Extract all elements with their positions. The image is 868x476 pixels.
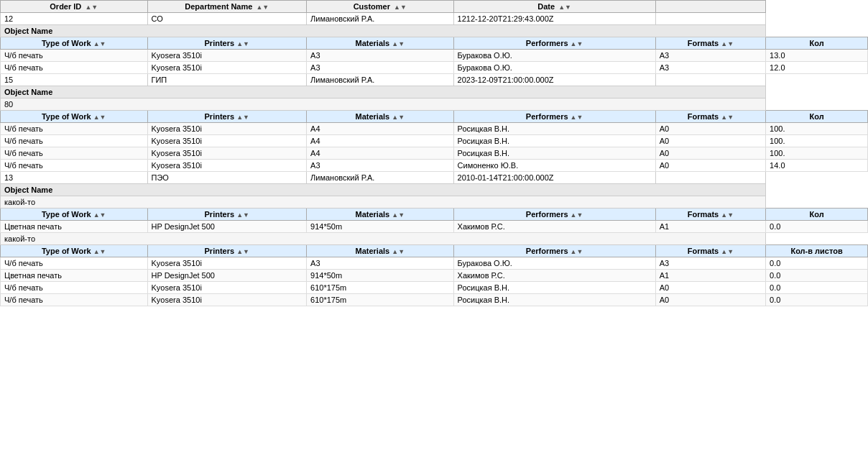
cell-printer: Kyosera 3510i: [147, 62, 307, 74]
object-name-label: Object Name: [1, 25, 766, 37]
cell-kol: 100.: [766, 147, 868, 160]
cell-type: Ч/б печать: [1, 160, 148, 172]
cell-material: A4: [307, 147, 454, 160]
table-row: Ч/б печать Kyosera 3510i 610*175m Росицк…: [1, 294, 868, 306]
cell-type: Цветная печать: [1, 221, 148, 233]
sub-col-printers[interactable]: Printers ▲▼: [147, 37, 307, 50]
table-row: Цветная печать HP DesignJet 500 914*50m …: [1, 221, 868, 233]
cell-format: A3: [655, 62, 765, 74]
cell-material: A3: [307, 160, 454, 172]
cell-printer: Kyosera 3510i: [147, 147, 307, 160]
order-row: 15 ГИП Лимановский Р.А. 2023-12-09T21:00…: [1, 74, 868, 86]
sub-col-formats[interactable]: Formats ▲▼: [655, 111, 765, 123]
cell-kol: 12.0: [766, 62, 868, 74]
sort-icon-dept: ▲▼: [256, 4, 269, 11]
object-name-value-row: какой-то: [1, 233, 868, 245]
main-table: Order ID ▲▼ Department Name ▲▼ Customer …: [0, 0, 868, 306]
cell-format: A0: [655, 160, 765, 172]
cell-printer: HP DesignJet 500: [147, 221, 307, 233]
cell-kol: 100.: [766, 135, 868, 147]
cell-performer: Буракова О.Ю.: [453, 50, 655, 62]
order-extra-cell: [655, 13, 765, 25]
order-customer-cell: Лимановский Р.А.: [307, 74, 454, 86]
sub-col-formats[interactable]: Formats ▲▼: [655, 37, 765, 50]
cell-kol: 14.0: [766, 160, 868, 172]
sort-icon-order-id: ▲▼: [85, 4, 98, 11]
sub-col-performers[interactable]: Performers ▲▼: [453, 245, 655, 257]
cell-performer: Буракова О.Ю.: [453, 257, 655, 270]
object-name-value-row: какой-то: [1, 196, 868, 209]
sub-header-row: Type of Work ▲▼ Printers ▲▼ Materials ▲▼…: [1, 111, 868, 123]
cell-format: A0: [655, 147, 765, 160]
sort-icon-date: ▲▼: [558, 4, 571, 11]
sub-col-materials[interactable]: Materials ▲▼: [307, 245, 454, 257]
table-row: Ч/б печать Kyosera 3510i A3 Буракова О.Ю…: [1, 50, 868, 62]
sub-col-performers[interactable]: Performers ▲▼: [453, 209, 655, 221]
table-row: Ч/б печать Kyosera 3510i A4 Росицкая В.Н…: [1, 135, 868, 147]
cell-type: Ч/б печать: [1, 147, 148, 160]
cell-printer: Kyosera 3510i: [147, 123, 307, 135]
sub-col-formats[interactable]: Formats ▲▼: [655, 245, 765, 257]
sub-col-materials[interactable]: Materials ▲▼: [307, 209, 454, 221]
col-header-order-id[interactable]: Order ID ▲▼: [1, 1, 148, 13]
cell-performer: Росицкая В.Н.: [453, 282, 655, 294]
table-body: 12 СО Лимановский Р.А. 1212-12-20T21:29:…: [1, 13, 868, 306]
main-header-row: Order ID ▲▼ Department Name ▲▼ Customer …: [1, 1, 868, 13]
cell-type: Ч/б печать: [1, 50, 148, 62]
object-name-label: Object Name: [1, 184, 766, 196]
sub-col-performers[interactable]: Performers ▲▼: [453, 111, 655, 123]
order-extra-cell: [655, 172, 765, 184]
cell-type: Ч/б печать: [1, 294, 148, 306]
cell-kol: 0.0: [766, 221, 868, 233]
order-id-cell: 15: [1, 74, 148, 86]
cell-kol: 0.0: [766, 270, 868, 282]
sub-col-type[interactable]: Type of Work ▲▼: [1, 37, 148, 50]
col-header-dept[interactable]: Department Name ▲▼: [147, 1, 307, 13]
cell-type: Ч/б печать: [1, 282, 148, 294]
cell-material: A4: [307, 135, 454, 147]
object-name-value: какой-то: [1, 233, 766, 245]
object-name-label: Object Name: [1, 86, 766, 99]
sub-col-type[interactable]: Type of Work ▲▼: [1, 245, 148, 257]
cell-material: A3: [307, 257, 454, 270]
table-row: Ч/б печать Kyosera 3510i 610*175m Росицк…: [1, 282, 868, 294]
cell-performer: Росицкая В.Н.: [453, 147, 655, 160]
order-customer-cell: Лимановский Р.А.: [307, 13, 454, 25]
sub-header-row: Type of Work ▲▼ Printers ▲▼ Materials ▲▼…: [1, 245, 868, 257]
col-header-customer[interactable]: Customer ▲▼: [307, 1, 454, 13]
object-name-label-row: Object Name: [1, 25, 868, 37]
sub-col-kol: Кол: [766, 37, 868, 50]
sub-col-materials[interactable]: Materials ▲▼: [307, 37, 454, 50]
sub-col-formats[interactable]: Formats ▲▼: [655, 209, 765, 221]
sub-col-performers[interactable]: Performers ▲▼: [453, 37, 655, 50]
sub-col-printers[interactable]: Printers ▲▼: [147, 209, 307, 221]
cell-printer: HP DesignJet 500: [147, 270, 307, 282]
sub-col-kol: Кол: [766, 111, 868, 123]
order-extra-cell: [655, 74, 765, 86]
order-date-cell: 2023-12-09T21:00:00.000Z: [453, 74, 655, 86]
sub-col-type[interactable]: Type of Work ▲▼: [1, 209, 148, 221]
cell-format: A1: [655, 221, 765, 233]
col-header-extra: [655, 1, 765, 13]
cell-printer: Kyosera 3510i: [147, 160, 307, 172]
cell-type: Ч/б печать: [1, 62, 148, 74]
cell-format: A3: [655, 257, 765, 270]
order-dept-cell: ГИП: [147, 74, 307, 86]
table-row: Ч/б печать Kyosera 3510i A3 Буракова О.Ю…: [1, 62, 868, 74]
sub-header-row: Type of Work ▲▼ Printers ▲▼ Materials ▲▼…: [1, 37, 868, 50]
cell-material: 610*175m: [307, 294, 454, 306]
cell-format: A0: [655, 282, 765, 294]
cell-kol: 0.0: [766, 282, 868, 294]
cell-performer: Росицкая В.Н.: [453, 123, 655, 135]
sub-col-printers[interactable]: Printers ▲▼: [147, 245, 307, 257]
sub-col-materials[interactable]: Materials ▲▼: [307, 111, 454, 123]
cell-type: Ч/б печать: [1, 135, 148, 147]
cell-type: Ч/б печать: [1, 257, 148, 270]
order-date-cell: 2010-01-14T21:00:00.000Z: [453, 172, 655, 184]
table-row: Ч/б печать Kyosera 3510i A4 Росицкая В.Н…: [1, 123, 868, 135]
cell-kol: 13.0: [766, 50, 868, 62]
sub-col-type[interactable]: Type of Work ▲▼: [1, 111, 148, 123]
col-header-date[interactable]: Date ▲▼: [453, 1, 655, 13]
sub-col-printers[interactable]: Printers ▲▼: [147, 111, 307, 123]
sub-col-kol: Кол: [766, 209, 868, 221]
